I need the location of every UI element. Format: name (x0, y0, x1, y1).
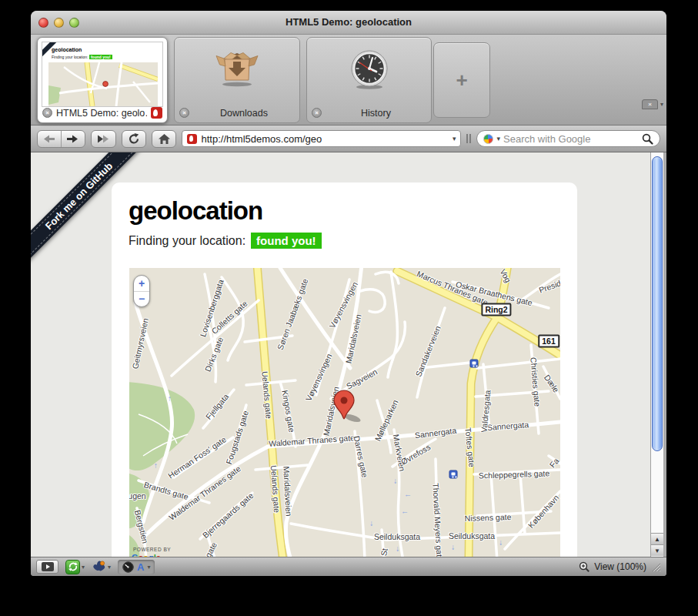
page-card: geolocation Finding your location: found… (112, 182, 577, 557)
tab-geolocation[interactable]: geolocation Finding your location: found… (37, 37, 168, 123)
mini-map (48, 62, 158, 106)
street-label: ugen (129, 491, 146, 500)
oneway-arrow-icon: → (404, 493, 412, 501)
view-zoom-control[interactable]: View (100%) (594, 561, 646, 572)
window-title: HTML5 Demo: geolocation (31, 16, 666, 28)
vertical-scrollbar[interactable]: ▲ ▼ (650, 152, 663, 557)
oneway-arrow-icon: → (164, 395, 172, 403)
mini-status-text: Finding your location: (52, 55, 89, 59)
route-shield-161: 161 (538, 335, 559, 348)
close-tab-icon[interactable]: × (312, 108, 322, 118)
close-tab-icon[interactable]: × (179, 108, 189, 118)
window-edge (663, 152, 666, 557)
tab-title: History (326, 108, 426, 119)
tab-title: Downloads (193, 108, 295, 119)
mini-status-badge: found you! (89, 55, 112, 59)
back-button[interactable] (38, 131, 62, 147)
tab-downloads[interactable]: × Downloads (174, 37, 300, 123)
fan-icon (92, 560, 106, 574)
home-button[interactable] (152, 130, 176, 148)
address-bar[interactable]: ▾ (182, 130, 461, 147)
sidebar-icon (42, 562, 54, 571)
browser-window: HTML5 Demo: geolocation geolocation Find… (31, 11, 666, 576)
logo-letter: e (156, 553, 161, 557)
chevron-down-icon: ▾ (82, 564, 85, 571)
fast-forward-icon (97, 135, 110, 143)
reload-button[interactable] (122, 130, 146, 148)
transit-stop-icon (470, 360, 479, 368)
oneway-arrow-icon: → (498, 539, 506, 547)
close-tab-icon[interactable]: × (42, 108, 52, 118)
sidebar-toggle-button[interactable] (36, 560, 58, 574)
oneway-arrow-icon: → (450, 544, 459, 551)
new-tab-button[interactable]: + (433, 42, 490, 118)
chevron-down-icon: ▾ (108, 564, 111, 571)
google-map[interactable]: Lovisenberggata Geitmyrsveien Colletts g… (129, 268, 560, 557)
forward-arrow-icon (67, 135, 78, 143)
text-size-label: A (137, 561, 144, 573)
chevron-down-icon: ▾ (660, 101, 663, 108)
scroll-down-button[interactable]: ▼ (651, 544, 663, 556)
toolbar-splitter-handle[interactable] (466, 134, 471, 143)
status-bar: ▾ ▾ (31, 557, 666, 576)
tab-title: HTML5 Demo: geolo… (56, 108, 147, 119)
feed-refresh-icon (65, 560, 80, 574)
tab-history[interactable]: × History (306, 37, 432, 123)
oneway-arrow-icon: → (392, 477, 401, 485)
search-engine-dropdown-icon[interactable]: ▾ (496, 135, 500, 142)
feed-menu[interactable]: ▾ (65, 560, 85, 574)
tab-thumbnail: geolocation Finding your location: found… (42, 42, 163, 107)
zoom-in-button[interactable]: + (134, 276, 149, 292)
street-label: Seilduksgata (449, 531, 495, 541)
google-logo-icon (483, 134, 493, 144)
google-logo[interactable]: Google (132, 553, 161, 557)
logo-letter: g (149, 553, 154, 557)
street-label: Nissens gate (464, 512, 511, 523)
close-tab-mini-icon: × (642, 99, 658, 109)
site-favicon (151, 107, 162, 119)
navigation-toolbar: ▾ ▾ (31, 126, 666, 152)
downloads-box-icon (175, 49, 299, 87)
reload-icon (128, 133, 140, 144)
oneway-arrow-icon: → (395, 545, 403, 553)
powered-by-label: POWERED BY (133, 547, 171, 552)
history-nav-group (37, 130, 85, 148)
oneway-arrow-icon: → (401, 510, 409, 518)
location-pin-icon (329, 389, 364, 423)
screenshot-stage: HTML5 Demo: geolocation geolocation Find… (0, 0, 698, 616)
scroll-up-button[interactable]: ▲ (651, 533, 663, 544)
site-favicon (187, 134, 197, 144)
url-input[interactable] (201, 133, 448, 145)
shortcuts-menu[interactable]: ▾ (92, 560, 111, 574)
geolocation-status: Finding your location: found you! (129, 233, 322, 249)
route-shield-ring2: Ring2 (481, 303, 511, 316)
content-area: Fork me on GitHub geolocation Finding yo… (31, 152, 666, 557)
search-input[interactable] (503, 133, 639, 145)
page-title: geolocation (129, 196, 262, 226)
oneway-arrow-icon: → (369, 520, 377, 527)
url-dropdown-icon[interactable]: ▾ (453, 135, 456, 142)
zoom-out-button[interactable]: − (134, 292, 149, 307)
street-label: Seilduksgata (374, 532, 420, 541)
transit-stop-icon (449, 470, 458, 479)
web-page: Fork me on GitHub geolocation Finding yo… (31, 152, 650, 557)
history-clock-icon (307, 49, 431, 90)
tab-list-button[interactable]: × ▾ (642, 99, 663, 109)
resize-grip[interactable] (650, 561, 661, 572)
search-field[interactable]: ▾ (476, 130, 660, 147)
home-icon (159, 134, 170, 144)
back-arrow-icon (43, 135, 55, 143)
search-icon (642, 133, 653, 145)
page-style-menu[interactable]: A ▾ (118, 560, 155, 574)
tab-drawer: geolocation Finding your location: found… (31, 35, 666, 126)
status-text: Finding your location: (129, 234, 245, 248)
chevron-down-icon: ▾ (147, 564, 150, 571)
mini-heading: geolocation (52, 47, 82, 52)
title-bar[interactable]: HTML5 Demo: geolocation (31, 11, 666, 35)
fast-forward-button[interactable] (91, 130, 116, 148)
scrollbar-thumb[interactable] (652, 156, 663, 451)
mini-status: Finding your location: found you! (52, 55, 112, 59)
forward-button[interactable] (62, 131, 85, 147)
gauge-icon (122, 561, 134, 573)
map-zoom-control: + − (133, 275, 150, 307)
